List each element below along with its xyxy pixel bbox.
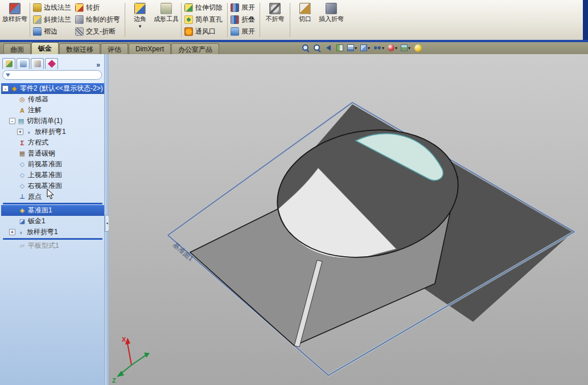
- no-bends-button[interactable]: 不折弯: [262, 2, 288, 22]
- apply-scene-icon: [401, 44, 408, 51]
- viewport-canvas[interactable]: 基准面1 X Z: [109, 54, 588, 385]
- cut-list-item-icon: ◗: [25, 129, 33, 136]
- toolbar-separator: [290, 3, 290, 37]
- edit-appearance-caret: ▾: [395, 46, 397, 51]
- manager-tabs-overflow-chevron[interactable]: »: [94, 61, 102, 69]
- sketched-bend-icon: [75, 15, 84, 24]
- tree-item-cut-list[interactable]: - ▤ 切割清单(1): [1, 116, 104, 126]
- configurationmanager-icon: [34, 60, 41, 67]
- miter-flange-button[interactable]: 斜接法兰: [32, 14, 74, 26]
- rip-button[interactable]: 切口: [292, 2, 318, 22]
- zoom-fit-button[interactable]: [301, 43, 311, 53]
- corner-dropdown-caret[interactable]: ▾: [134, 22, 146, 30]
- tree-filter-box[interactable]: [2, 70, 102, 80]
- right-plane-icon: ◇: [18, 182, 26, 190]
- part-icon: ◆: [10, 85, 18, 92]
- annotations-label: 注解: [28, 105, 42, 115]
- simple-hole-button[interactable]: 简单直孔: [183, 14, 225, 26]
- section-view-button[interactable]: [335, 43, 345, 53]
- cut-list-item-expander[interactable]: +: [17, 129, 23, 135]
- propertymanager-icon: [20, 60, 27, 67]
- tree-item-cut-list-lofted-bend1[interactable]: + ◗ 放样折弯1: [1, 126, 104, 137]
- hem-button[interactable]: 褶边: [32, 26, 60, 38]
- panel-splitter[interactable]: ◂: [104, 54, 109, 385]
- cross-break-button[interactable]: 交叉-折断: [74, 26, 118, 38]
- tree-item-lofted-bend1[interactable]: + ◗ 放样折弯1: [1, 227, 104, 237]
- configurationmanager-tab[interactable]: [31, 58, 44, 69]
- tree-item-sheet-metal1[interactable]: ◪ 钣金1: [1, 216, 104, 227]
- propertymanager-tab[interactable]: [17, 58, 30, 69]
- sketched-bend-label: 绘制的折弯: [86, 15, 120, 24]
- tab-sheet-metal[interactable]: 钣金: [31, 42, 59, 54]
- edge-flange-label: 边线法兰: [44, 3, 71, 13]
- display-style-button[interactable]: ▾: [359, 43, 371, 53]
- sketched-bend-button[interactable]: 绘制的折弯: [74, 14, 123, 26]
- vent-button[interactable]: 通风口: [183, 26, 219, 38]
- hem-label: 褶边: [44, 27, 57, 36]
- root-expander[interactable]: -: [2, 85, 9, 92]
- fold-group: 展开 折叠 展开: [229, 2, 258, 38]
- fold-button[interactable]: 折叠: [229, 14, 258, 26]
- jog-button[interactable]: 转折: [74, 2, 102, 14]
- tree-item-equations[interactable]: Σ 方程式: [1, 137, 104, 148]
- material-label: 普通碳钢: [28, 149, 55, 158]
- lofted-bend1-expander[interactable]: +: [9, 229, 15, 235]
- graphics-viewport: 基准面1 X Z: [109, 54, 588, 385]
- tab-data-migration[interactable]: 数据迁移: [59, 43, 100, 54]
- tree-item-top-plane[interactable]: ◇ 上视基准面: [1, 170, 104, 181]
- edit-appearance-button[interactable]: ▾: [386, 43, 398, 53]
- material-icon: ▦: [18, 150, 26, 157]
- flatten-button[interactable]: 展开: [229, 26, 258, 38]
- rollback-bar[interactable]: [3, 238, 102, 240]
- tree-item-flat-pattern1[interactable]: ▱ 平板型式1: [1, 240, 104, 251]
- origin-icon: ⊥: [18, 193, 26, 200]
- dimxpertmanager-tab[interactable]: [45, 58, 58, 69]
- tree-item-sensors[interactable]: ◎ 传感器: [1, 94, 104, 105]
- previous-view-button[interactable]: [323, 43, 334, 53]
- display-style-icon: [360, 44, 367, 51]
- lofted-bend1-icon: ◗: [17, 229, 25, 236]
- insert-bends-icon: [326, 3, 337, 14]
- tab-surface[interactable]: 曲面: [3, 43, 31, 54]
- zoom-fit-icon: [302, 44, 310, 52]
- hide-show-caret: ▾: [382, 46, 384, 51]
- tree-item-front-plane[interactable]: ◇ 前视基准面: [1, 159, 104, 170]
- hide-show-items-button[interactable]: ▾: [372, 43, 385, 53]
- vent-label: 通风口: [195, 27, 216, 36]
- tab-dimxpert[interactable]: DimXpert: [129, 43, 171, 54]
- insert-bends-button[interactable]: 插入折弯: [318, 2, 344, 22]
- equations-icon: Σ: [18, 140, 26, 146]
- unfold-button[interactable]: 展开: [229, 2, 258, 14]
- unfold-label: 展开: [241, 3, 255, 13]
- tree-root-item[interactable]: - ◆ 零件2 (默认<<显示状态-2>): [1, 83, 104, 94]
- tree-item-annotations[interactable]: A 注解: [1, 105, 104, 116]
- zoom-area-button[interactable]: [312, 43, 322, 53]
- z-axis-label: Z: [112, 377, 116, 384]
- cut-list-expander[interactable]: -: [9, 118, 15, 124]
- view-orientation-button[interactable]: ▾: [346, 43, 358, 53]
- front-plane-icon: ◇: [18, 161, 26, 168]
- toolbar-separator: [30, 3, 30, 37]
- extruded-cut-button[interactable]: 拉伸切除: [183, 2, 225, 14]
- lofted-bend-label: 放样折弯: [2, 15, 27, 22]
- extruded-cut-icon: [184, 3, 193, 12]
- corner-label: 边角: [134, 15, 146, 22]
- help-button[interactable]: [413, 43, 423, 53]
- tree-filter-input[interactable]: [13, 71, 98, 79]
- lofted-bend-button[interactable]: 放样折弯: [2, 2, 28, 22]
- featuremanager-tab[interactable]: [2, 58, 15, 69]
- tree-item-material[interactable]: ▦ 普通碳钢: [1, 148, 104, 159]
- forming-tool-button[interactable]: 成形工具: [153, 2, 179, 22]
- right-plane-label: 右视基准面: [28, 181, 62, 191]
- apply-scene-button[interactable]: ▾: [400, 43, 412, 53]
- edge-flange-button[interactable]: 边线法兰: [32, 2, 74, 14]
- corner-button[interactable]: 边角: [127, 2, 153, 22]
- tab-office-products[interactable]: 办公室产品: [171, 43, 219, 54]
- tree-item-plane1[interactable]: ◈ 基准面1: [1, 205, 104, 216]
- edge-flange-icon: [33, 3, 42, 12]
- toolbar-separator: [260, 3, 260, 37]
- tab-evaluate[interactable]: 评估: [101, 43, 128, 54]
- commandmanager-tabbar: 曲面 钣金 数据迁移 评估 DimXpert 办公室产品 ▾ ▾ ▾ ▾ ▾: [0, 42, 588, 54]
- flat-pattern1-icon: ▱: [18, 242, 26, 249]
- display-style-caret: ▾: [368, 46, 370, 51]
